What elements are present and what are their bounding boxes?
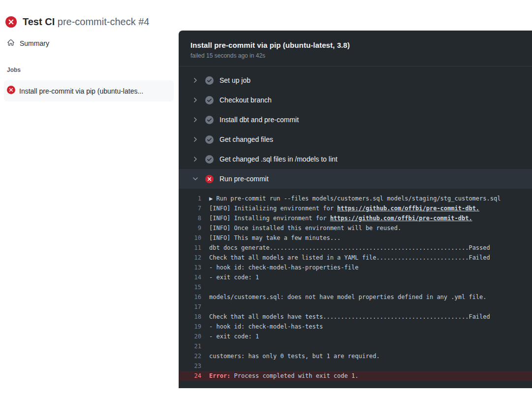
- step-label: Install dbt and pre-commit: [219, 116, 299, 124]
- log-line-text: Error: Process completed with exit code …: [209, 371, 358, 381]
- log-line-number[interactable]: 1: [179, 194, 209, 203]
- chevron-right-icon[interactable]: [191, 135, 199, 143]
- step-success-icon: [205, 76, 214, 85]
- log-text-segment: dbt docs generate: [209, 244, 270, 251]
- step-label: Checkout branch: [219, 96, 272, 104]
- workflow-name: Test CI: [23, 16, 55, 27]
- step-failed-icon: [205, 175, 214, 183]
- log-line-number[interactable]: 19: [179, 322, 209, 332]
- log-line-text: ▶ Run pre-commit run --files models/cust…: [209, 194, 501, 203]
- log-line-number[interactable]: 15: [179, 282, 209, 292]
- log-text-segment: models/customers.sql: does not have mode…: [209, 294, 487, 300]
- log-line-number[interactable]: 20: [179, 332, 209, 341]
- log-line-text: customers: has only 0 tests, but 1 are r…: [209, 351, 380, 361]
- log-line-number[interactable]: 10: [179, 233, 209, 243]
- step-row[interactable]: Run pre-commit: [179, 169, 532, 189]
- jobs-section-label: Jobs: [0, 52, 179, 78]
- log-line-text: [INFO] This may take a few minutes...: [209, 233, 341, 243]
- log-line: 15: [179, 282, 532, 292]
- log-text-segment: customers: has only 0 tests, but 1 are r…: [209, 353, 380, 360]
- log-text-segment: [INFO] Installing environment for: [209, 215, 330, 222]
- log-text-segment: ........................................…: [270, 244, 469, 251]
- log-line-number[interactable]: 17: [179, 302, 209, 312]
- log-line-number[interactable]: 11: [179, 243, 209, 253]
- error-label: Error:: [209, 372, 230, 379]
- log-line-number[interactable]: 16: [179, 292, 209, 302]
- step-row[interactable]: Install dbt and pre-commit: [179, 110, 532, 130]
- log-line-text: - hook id: check-model-has-tests: [209, 322, 323, 332]
- log-text-segment: [INFO] Once installed this environment w…: [209, 225, 401, 232]
- log-text-segment: - exit code: 1: [209, 274, 259, 281]
- step-success-icon: [205, 155, 214, 164]
- log-line-number[interactable]: 22: [179, 351, 209, 361]
- log-text-segment: [INFO] This may take a few minutes...: [209, 234, 341, 241]
- log-text-segment: Check that all models have tests: [209, 313, 323, 320]
- sidebar-summary-label: Summary: [20, 39, 49, 47]
- step-success-icon: [205, 135, 214, 144]
- log-line-number[interactable]: 8: [179, 213, 209, 223]
- step-success-icon: [205, 96, 214, 104]
- chevron-right-icon[interactable]: [191, 116, 199, 124]
- log-line-number[interactable]: 13: [179, 263, 209, 272]
- log-text-segment: Process completed with exit code 1.: [230, 372, 358, 379]
- home-icon: [7, 38, 15, 48]
- log-line-text: [INFO] Once installed this environment w…: [209, 223, 401, 233]
- failed-status-icon: [5, 16, 17, 28]
- step-row[interactable]: Set up job: [179, 70, 532, 90]
- log-text-segment: [INFO] Initializing environment for: [209, 205, 337, 212]
- log-line-number[interactable]: 9: [179, 223, 209, 233]
- log-line-error: 24Error: Process completed with exit cod…: [179, 371, 532, 381]
- page-title: Test CI pre-commit-check #4: [23, 16, 149, 28]
- job-item-label: Install pre-commit via pip (ubuntu-lates…: [19, 87, 143, 95]
- step-label: Get changed files: [219, 135, 273, 143]
- log-text-segment: - exit code: 1: [209, 333, 259, 340]
- log-line: 8[INFO] Installing environment for https…: [179, 213, 532, 223]
- log-line: 10[INFO] This may take a few minutes...: [179, 233, 532, 243]
- log-line: 19- hook id: check-model-has-tests: [179, 322, 532, 332]
- log-line-text: Check that all models have tests........…: [209, 312, 490, 322]
- run-header: Test CI pre-commit-check #4: [0, 0, 532, 31]
- log-line-text: - exit code: 1: [209, 332, 259, 341]
- chevron-right-icon[interactable]: [191, 155, 199, 163]
- log-line-number[interactable]: 18: [179, 312, 209, 322]
- log-line-number[interactable]: 12: [179, 253, 209, 263]
- sidebar: Summary Jobs Install pre-commit via pip …: [0, 31, 179, 101]
- steps-list: Set up jobCheckout branchInstall dbt and…: [179, 66, 532, 189]
- log-line-text: Check that all models are listed in a YA…: [209, 253, 490, 263]
- log-line-text: models/customers.sql: does not have mode…: [209, 292, 487, 302]
- step-label: Set up job: [219, 76, 250, 84]
- sidebar-item-summary[interactable]: Summary: [0, 34, 179, 52]
- log-line: 13- hook id: check-model-has-properties-…: [179, 263, 532, 272]
- log-line: 1▶ Run pre-commit run --files models/cus…: [179, 194, 532, 203]
- log-line: 22customers: has only 0 tests, but 1 are…: [179, 351, 532, 361]
- log-line-text: - hook id: check-model-has-properties-fi…: [209, 263, 358, 272]
- log-line-number[interactable]: 7: [179, 203, 209, 213]
- log-line-number[interactable]: 23: [179, 361, 209, 371]
- sidebar-item-job-failed[interactable]: Install pre-commit via pip (ubuntu-lates…: [4, 80, 174, 101]
- log-text-segment: - hook id: check-model-has-tests: [209, 323, 323, 330]
- job-status-subtitle: failed 15 seconds ago in 42s: [190, 52, 520, 59]
- chevron-down-icon[interactable]: [191, 175, 199, 183]
- log-line-number[interactable]: 14: [179, 272, 209, 282]
- log-text-segment: ........................................…: [323, 313, 469, 320]
- chevron-right-icon[interactable]: [191, 96, 199, 104]
- run-name: pre-commit-check #4: [58, 16, 150, 27]
- step-success-icon: [205, 116, 214, 124]
- log-line-text: [INFO] Initializing environment for http…: [209, 203, 479, 213]
- log-text-segment: ▶ Run pre-commit run --files models/cust…: [209, 195, 501, 202]
- chevron-right-icon[interactable]: [191, 76, 199, 84]
- step-row[interactable]: Get changed files: [179, 130, 532, 149]
- log-line-text: dbt docs generate.......................…: [209, 243, 490, 253]
- log-line: 21: [179, 341, 532, 351]
- log-line: 12Check that all models are listed in a …: [179, 253, 532, 263]
- job-title: Install pre-commit via pip (ubuntu-lates…: [190, 41, 520, 49]
- log-link[interactable]: https://github.com/offbi/pre-commit-dbt.: [337, 205, 479, 212]
- step-row[interactable]: Checkout branch: [179, 90, 532, 110]
- log-line-number[interactable]: 24: [179, 371, 209, 381]
- step-row[interactable]: Get changed .sql files in /models to lin…: [179, 149, 532, 169]
- log-line-text: [INFO] Installing environment for https:…: [209, 213, 472, 223]
- log-line-text: - exit code: 1: [209, 272, 259, 282]
- log-line-number[interactable]: 21: [179, 341, 209, 351]
- log-text-segment: Failed: [469, 254, 490, 261]
- log-link[interactable]: https://github.com/offbi/pre-commit-dbt.: [330, 215, 472, 222]
